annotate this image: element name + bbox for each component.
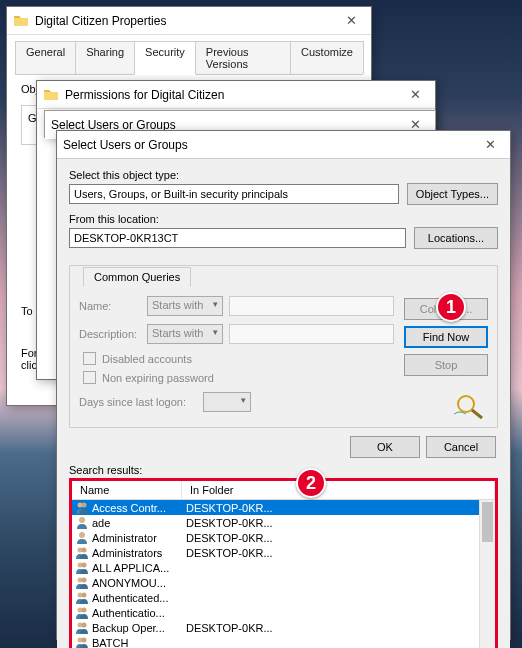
search-icon — [452, 392, 488, 420]
non-expiring-label: Non expiring password — [102, 372, 214, 384]
svg-point-0 — [458, 396, 474, 412]
description-input[interactable] — [229, 324, 394, 344]
row-name: Authenticatio... — [92, 607, 184, 619]
titlebar[interactable]: Permissions for Digital Citizen ✕ — [37, 81, 435, 109]
svg-point-15 — [82, 608, 87, 613]
days-label: Days since last logon: — [79, 396, 197, 408]
common-queries-tab[interactable]: Common Queries — [83, 267, 191, 287]
object-type-field[interactable]: Users, Groups, or Built-in security prin… — [69, 184, 399, 204]
tab-previous-versions[interactable]: Previous Versions — [195, 41, 291, 74]
description-label: Description: — [79, 328, 141, 340]
window-title: Digital Citizen Properties — [35, 14, 337, 28]
scrollbar[interactable] — [479, 500, 495, 648]
row-name: Administrators — [92, 547, 184, 559]
name-match-combo[interactable]: Starts with — [147, 296, 223, 316]
svg-point-4 — [79, 517, 85, 523]
row-name: Access Contr... — [92, 502, 184, 514]
search-results-label: Search results: — [69, 464, 498, 476]
svg-point-11 — [82, 578, 87, 583]
select-users-dialog: Select Users or Groups ✕ Select this obj… — [56, 130, 511, 640]
row-name: ALL APPLICA... — [92, 562, 184, 574]
principal-icon — [75, 576, 89, 589]
row-name: Backup Oper... — [92, 622, 184, 634]
tab-security[interactable]: Security — [134, 41, 196, 75]
location-field[interactable]: DESKTOP-0KR13CT — [69, 228, 406, 248]
principal-icon — [75, 606, 89, 619]
list-item[interactable]: Backup Oper...DESKTOP-0KR... — [72, 620, 495, 635]
close-icon[interactable]: ✕ — [337, 11, 365, 31]
principal-icon — [75, 501, 89, 514]
svg-line-1 — [472, 410, 482, 418]
row-name: ade — [92, 517, 184, 529]
svg-point-17 — [82, 623, 87, 628]
column-folder[interactable]: In Folder — [182, 481, 495, 499]
callout-1: 1 — [436, 292, 466, 322]
tab-customize[interactable]: Customize — [290, 41, 364, 74]
folder-icon — [43, 87, 59, 103]
name-label: Name: — [79, 300, 141, 312]
find-now-button[interactable]: Find Now — [404, 326, 488, 348]
tab-sharing[interactable]: Sharing — [75, 41, 135, 74]
close-icon[interactable]: ✕ — [401, 85, 429, 105]
results-list[interactable]: Access Contr...DESKTOP-0KR...adeDESKTOP-… — [72, 500, 495, 648]
days-combo[interactable] — [203, 392, 251, 412]
locations-button[interactable]: Locations... — [414, 227, 498, 249]
principal-icon — [75, 546, 89, 559]
non-expiring-checkbox[interactable] — [83, 371, 96, 384]
close-icon[interactable]: ✕ — [476, 135, 504, 155]
description-match-combo[interactable]: Starts with — [147, 324, 223, 344]
titlebar[interactable]: Select Users or Groups ✕ — [57, 131, 510, 159]
principal-icon — [75, 636, 89, 648]
disabled-accounts-label: Disabled accounts — [102, 353, 192, 365]
list-item[interactable]: AdministratorDESKTOP-0KR... — [72, 530, 495, 545]
row-folder: DESKTOP-0KR... — [184, 532, 273, 544]
window-title: Permissions for Digital Citizen — [65, 88, 401, 102]
ok-button[interactable]: OK — [350, 436, 420, 458]
row-folder: DESKTOP-0KR... — [184, 547, 273, 559]
svg-point-13 — [82, 593, 87, 598]
row-folder: DESKTOP-0KR... — [184, 502, 273, 514]
row-folder: DESKTOP-0KR... — [184, 517, 273, 529]
svg-point-9 — [82, 563, 87, 568]
tab-general[interactable]: General — [15, 41, 76, 74]
stop-button[interactable]: Stop — [404, 354, 488, 376]
list-item[interactable]: BATCH — [72, 635, 495, 648]
row-folder: DESKTOP-0KR... — [184, 622, 273, 634]
row-name: Administrator — [92, 532, 184, 544]
disabled-accounts-checkbox[interactable] — [83, 352, 96, 365]
principal-icon — [75, 591, 89, 604]
list-item[interactable]: adeDESKTOP-0KR... — [72, 515, 495, 530]
svg-point-7 — [82, 548, 87, 553]
principal-icon — [75, 621, 89, 634]
results-header: Name In Folder — [72, 481, 495, 500]
cancel-button[interactable]: Cancel — [426, 436, 496, 458]
list-item[interactable]: ALL APPLICA... — [72, 560, 495, 575]
list-item[interactable]: Authenticatio... — [72, 605, 495, 620]
list-item[interactable]: ANONYMOU... — [72, 575, 495, 590]
location-label: From this location: — [69, 213, 498, 225]
row-name: BATCH — [92, 637, 184, 649]
titlebar[interactable]: Digital Citizen Properties ✕ — [7, 7, 371, 35]
common-queries-group: Common Queries Name: Starts with Descrip… — [69, 257, 498, 428]
list-item[interactable]: Authenticated... — [72, 590, 495, 605]
svg-point-3 — [82, 503, 87, 508]
scroll-thumb[interactable] — [482, 502, 493, 542]
search-results-highlight: Name In Folder Access Contr...DESKTOP-0K… — [69, 478, 498, 648]
row-name: Authenticated... — [92, 592, 184, 604]
dialog-title: Select Users or Groups — [63, 138, 476, 152]
tabs: General Sharing Security Previous Versio… — [7, 35, 371, 74]
principal-icon — [75, 516, 89, 529]
list-item[interactable]: Access Contr...DESKTOP-0KR... — [72, 500, 495, 515]
svg-point-19 — [82, 638, 87, 643]
object-types-button[interactable]: Object Types... — [407, 183, 498, 205]
principal-icon — [75, 561, 89, 574]
name-input[interactable] — [229, 296, 394, 316]
svg-point-5 — [79, 532, 85, 538]
row-name: ANONYMOU... — [92, 577, 184, 589]
folder-icon — [13, 13, 29, 29]
principal-icon — [75, 531, 89, 544]
column-name[interactable]: Name — [72, 481, 182, 499]
list-item[interactable]: AdministratorsDESKTOP-0KR... — [72, 545, 495, 560]
callout-2: 2 — [296, 468, 326, 498]
object-type-label: Select this object type: — [69, 169, 498, 181]
